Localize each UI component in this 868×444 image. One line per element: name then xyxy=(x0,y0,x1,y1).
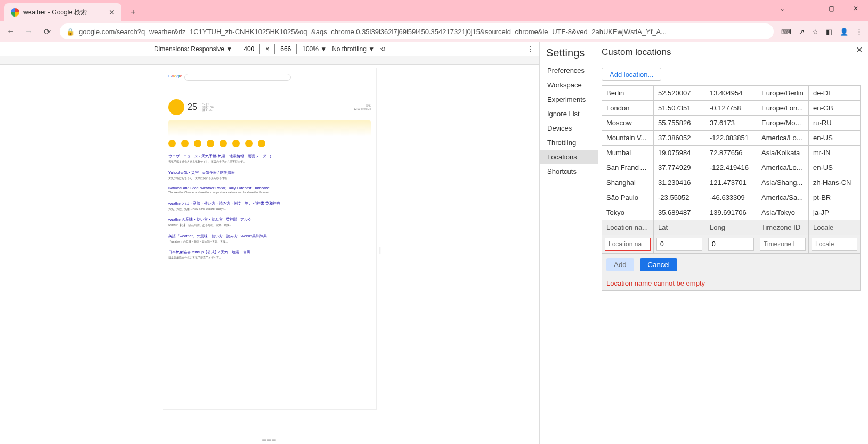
table-header-row: Location na... Lat Long Timezone ID Loca… xyxy=(602,220,861,235)
cell-tz: Asia/Kolkata xyxy=(757,146,809,160)
viewport-area: Google 25 °C | °F湿度 18%風 2 m/s 天気12:00 (… xyxy=(0,65,539,444)
browser-toolbar: ← → ⟳ 🔒 google.com/search?q=weather&rlz=… xyxy=(0,21,868,42)
reload-button[interactable]: ⟳ xyxy=(42,27,52,37)
device-toolbar: Dimensions: Responsive ▼ × 100% ▼ No thr… xyxy=(0,42,539,56)
height-input[interactable] xyxy=(274,44,297,54)
table-row[interactable]: San Francisco37.774929-122.419416America… xyxy=(602,160,861,175)
settings-item-locations[interactable]: Locations xyxy=(540,150,598,164)
cell-name: San Francisco xyxy=(602,160,654,175)
settings-content: ✕ Custom locations Add location... Berli… xyxy=(598,42,868,444)
cell-name: Mountain V... xyxy=(602,131,654,146)
menu-icon[interactable]: ⋮ xyxy=(856,28,863,36)
resize-handle-bottom[interactable]: ═══ xyxy=(262,437,277,443)
settings-item-experiments[interactable]: Experiments xyxy=(540,92,598,107)
cell-locale: en-US xyxy=(809,160,861,175)
close-window-button[interactable]: ✕ xyxy=(843,0,868,17)
cell-lat: 55.755826 xyxy=(654,116,705,131)
close-settings-button[interactable]: ✕ xyxy=(856,45,863,55)
header-timezone: Timezone ID xyxy=(757,220,809,235)
cell-locale: en-GB xyxy=(809,101,861,116)
device-menu-icon[interactable]: ⋮ xyxy=(526,45,534,53)
throttling-dropdown[interactable]: No throttling ▼ xyxy=(332,45,375,53)
back-button[interactable]: ← xyxy=(5,27,16,36)
settings-sidebar: Settings PreferencesWorkspaceExperiments… xyxy=(540,42,598,444)
new-location-name-input[interactable] xyxy=(605,238,651,251)
table-row[interactable]: São Paulo-23.55052-46.633309America/Sa..… xyxy=(602,190,861,205)
cell-tz: Europe/Mo... xyxy=(757,116,809,131)
search-result: weatherとは・意味・使い方・読み方・例文 - 英ナビ!辞書 英和辞典天気、… xyxy=(168,201,371,211)
search-result: 日本気象協会 tenki.jp【公式】/ 天気・地震・台風日本気象協会公式の天気… xyxy=(168,249,371,260)
table-row[interactable]: Shanghai31.230416121.473701Asia/Shang...… xyxy=(602,175,861,190)
cell-long: 72.877656 xyxy=(705,146,757,160)
header-lat: Lat xyxy=(654,220,705,235)
browser-tab[interactable]: weather - Google 検索 ✕ xyxy=(4,3,121,21)
minimize-button[interactable]: — xyxy=(794,0,819,17)
dimension-x: × xyxy=(265,45,269,53)
address-bar[interactable]: 🔒 google.com/search?q=weather&rlz=1C1YTU… xyxy=(60,23,774,39)
bookmark-icon[interactable]: ☆ xyxy=(812,28,818,36)
settings-item-devices[interactable]: Devices xyxy=(540,121,598,135)
cell-tz: America/Lo... xyxy=(757,131,809,146)
google-logo: Google xyxy=(168,74,182,78)
cell-name: Berlin xyxy=(602,86,654,101)
add-button[interactable]: Add xyxy=(606,258,634,271)
settings-item-ignore-list[interactable]: Ignore List xyxy=(540,107,598,121)
cell-lat: 31.230416 xyxy=(654,175,705,190)
chevron-down-icon[interactable]: ⌄ xyxy=(770,0,794,17)
cell-long: 13.404954 xyxy=(705,86,757,101)
cell-tz: Asia/Shang... xyxy=(757,175,809,190)
forward-button[interactable]: → xyxy=(23,27,34,36)
settings-item-workspace[interactable]: Workspace xyxy=(540,78,598,92)
translate-icon[interactable]: ⌨ xyxy=(781,28,791,36)
table-row[interactable]: London51.507351-0.127758Europe/Lon...en-… xyxy=(602,101,861,116)
settings-item-shortcuts[interactable]: Shortcuts xyxy=(540,164,598,179)
cancel-button[interactable]: Cancel xyxy=(640,258,677,271)
cell-locale: ru-RU xyxy=(809,116,861,131)
new-location-long-input[interactable] xyxy=(708,238,754,251)
table-row[interactable]: Tokyo35.689487139.691706Asia/Tokyoja-JP xyxy=(602,205,861,220)
weather-chart xyxy=(168,120,371,136)
window-controls: ⌄ — ▢ ✕ xyxy=(770,0,868,17)
settings-item-preferences[interactable]: Preferences xyxy=(540,63,598,78)
tab-favicon xyxy=(11,8,19,17)
cell-lat: -23.55052 xyxy=(654,190,705,205)
cell-name: Mumbai xyxy=(602,146,654,160)
dimensions-dropdown[interactable]: Dimensions: Responsive ▼ xyxy=(154,45,232,53)
maximize-button[interactable]: ▢ xyxy=(819,0,843,17)
settings-item-throttling[interactable]: Throttling xyxy=(540,135,598,150)
rotate-icon[interactable]: ⟲ xyxy=(380,45,385,53)
cell-tz: America/Sa... xyxy=(757,190,809,205)
table-row[interactable]: Mumbai19.07598472.877656Asia/Kolkatamr-I… xyxy=(602,146,861,160)
profile-icon[interactable]: 👤 xyxy=(840,28,848,36)
emulated-page[interactable]: Google 25 °C | °F湿度 18%風 2 m/s 天気12:00 (… xyxy=(163,68,376,409)
add-location-button[interactable]: Add location... xyxy=(602,68,661,81)
new-tab-button[interactable]: + xyxy=(126,5,141,20)
table-row[interactable]: Berlin52.52000713.404954Europe/Berlinde-… xyxy=(602,86,861,101)
weather-temp: 25 xyxy=(188,102,197,112)
share-icon[interactable]: ↗ xyxy=(799,28,805,36)
custom-locations-heading: Custom locations xyxy=(602,47,861,62)
new-location-row xyxy=(602,235,861,254)
cell-tz: America/Lo... xyxy=(757,160,809,175)
width-input[interactable] xyxy=(238,44,260,54)
cell-tz: Asia/Tokyo xyxy=(757,205,809,220)
new-location-locale-input[interactable] xyxy=(812,238,857,251)
zoom-dropdown[interactable]: 100% ▼ xyxy=(302,45,327,53)
table-row[interactable]: Mountain V...37.386052-122.083851America… xyxy=(602,131,861,146)
tab-close-icon[interactable]: ✕ xyxy=(109,8,115,17)
new-location-tz-input[interactable] xyxy=(760,238,806,251)
search-input[interactable] xyxy=(184,74,291,81)
tab-title: weather - Google 検索 xyxy=(23,8,106,17)
new-location-lat-input[interactable] xyxy=(656,238,702,251)
button-row: Add Cancel xyxy=(602,254,861,276)
cell-locale: mr-IN xyxy=(809,146,861,160)
search-result: weatherの意味・使い方・読み方 - 英辞郎 - アルクweather 【名… xyxy=(168,217,371,227)
cell-locale: de-DE xyxy=(809,86,861,101)
cell-long: 37.6173 xyxy=(705,116,757,131)
cell-name: London xyxy=(602,101,654,116)
panel-icon[interactable]: ◧ xyxy=(826,28,832,36)
cell-lat: 19.075984 xyxy=(654,146,705,160)
table-row[interactable]: Moscow55.75582637.6173Europe/Mo...ru-RU xyxy=(602,116,861,131)
cell-locale: pt-BR xyxy=(809,190,861,205)
ruler xyxy=(0,56,539,65)
